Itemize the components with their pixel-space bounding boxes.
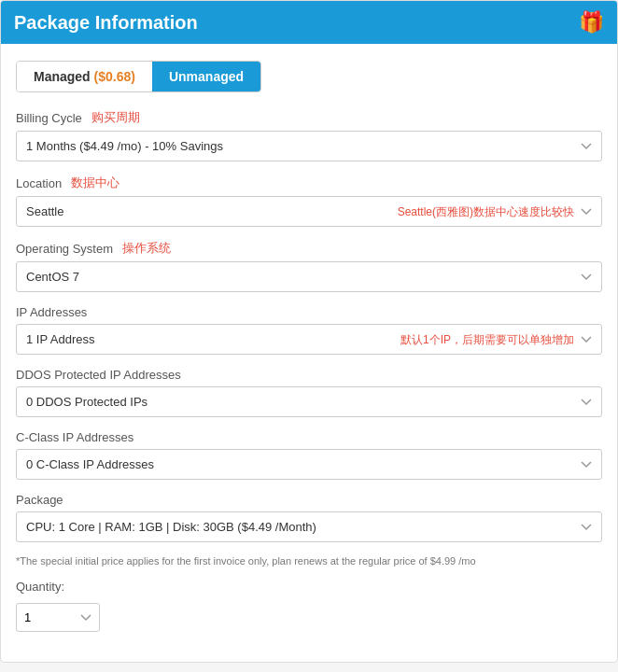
billing-cycle-group: Billing Cycle 购买周期 1 Months ($4.49 /mo) … — [16, 109, 602, 161]
quantity-select[interactable]: 1 2 3 4 5 — [16, 603, 100, 632]
billing-cycle-label-cn: 购买周期 — [91, 109, 140, 126]
ddos-group: DDOS Protected IP Addresses 0 DDOS Prote… — [16, 368, 602, 417]
cclass-label: C-Class IP Addresses — [16, 430, 133, 444]
card-body: Managed ($0.68) Unmanaged Billing Cycle … — [1, 44, 617, 662]
package-select[interactable]: CPU: 1 Core | RAM: 1GB | Disk: 30GB ($4.… — [16, 511, 602, 542]
managed-button[interactable]: Managed ($0.68) — [17, 62, 152, 91]
ddos-select[interactable]: 0 DDOS Protected IPs 1 DDOS Protected IP… — [16, 386, 602, 417]
ip-label: IP Addresses — [16, 305, 87, 319]
location-group: Location 数据中心 Seattle Los Angeles New Yo… — [16, 175, 602, 227]
quantity-label: Quantity: — [16, 580, 64, 594]
billing-cycle-select[interactable]: 1 Months ($4.49 /mo) - 10% Savings 3 Mon… — [16, 131, 602, 161]
location-select[interactable]: Seattle Los Angeles New York Dallas — [16, 196, 602, 227]
ip-group: IP Addresses 1 IP Address 2 IP Addresses… — [16, 305, 602, 355]
ddos-label: DDOS Protected IP Addresses — [16, 368, 181, 382]
quantity-group: Quantity: 1 2 3 4 5 — [16, 580, 602, 632]
ip-select[interactable]: 1 IP Address 2 IP Addresses 3 IP Address… — [16, 324, 602, 355]
billing-cycle-label: Billing Cycle — [16, 111, 82, 125]
package-group: Package CPU: 1 Core | RAM: 1GB | Disk: 3… — [16, 493, 602, 542]
os-label-cn: 操作系统 — [122, 240, 171, 257]
package-label: Package — [16, 493, 63, 507]
os-group: Operating System 操作系统 CentOS 7 CentOS 8 … — [16, 240, 602, 292]
location-label-cn: 数据中心 — [71, 175, 119, 191]
location-label: Location — [16, 176, 62, 190]
managed-toggle-group: Managed ($0.68) Unmanaged — [16, 61, 261, 92]
unmanaged-button[interactable]: Unmanaged — [152, 62, 260, 91]
os-select[interactable]: CentOS 7 CentOS 8 Ubuntu 20.04 Debian 10… — [16, 261, 602, 292]
page-title: Package Information — [14, 12, 198, 34]
os-label: Operating System — [16, 242, 113, 256]
package-icon: 🎁 — [579, 10, 604, 35]
cclass-group: C-Class IP Addresses 0 C-Class IP Addres… — [16, 430, 602, 480]
package-information-card: Package Information 🎁 Managed ($0.68) Un… — [0, 0, 618, 663]
cclass-select[interactable]: 0 C-Class IP Addresses 1 C-Class IP Addr… — [16, 449, 602, 480]
card-header: Package Information 🎁 — [1, 1, 617, 44]
package-footnote: *The special initial price applies for t… — [16, 555, 602, 567]
